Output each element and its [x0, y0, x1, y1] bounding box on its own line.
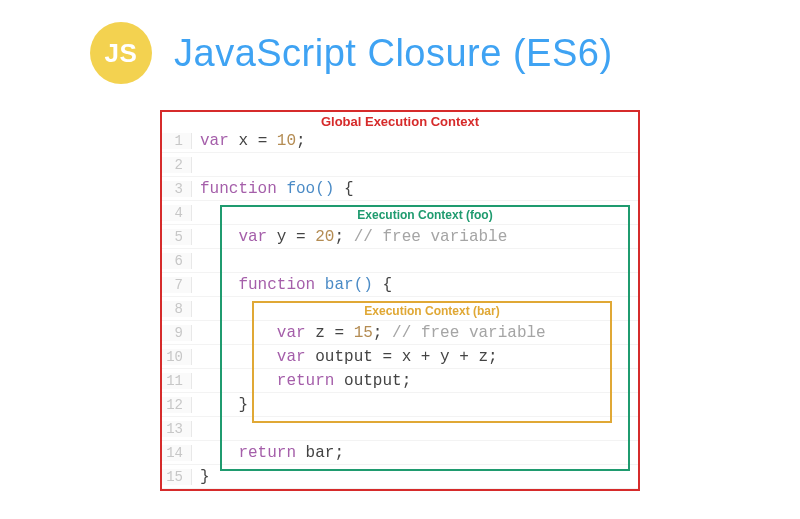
line-number: 5 [162, 229, 192, 245]
line-number: 13 [162, 421, 192, 437]
function-name: bar [315, 276, 353, 294]
code-line: 11 return output; [162, 369, 638, 393]
function-name: foo [277, 180, 315, 198]
keyword-return: return [277, 372, 335, 390]
semicolon: ; [334, 444, 344, 462]
line-number: 9 [162, 325, 192, 341]
line-number: 14 [162, 445, 192, 461]
code-line: 4 [162, 201, 638, 225]
comment: // free variable [382, 324, 545, 342]
line-number: 1 [162, 133, 192, 149]
comment: // free variable [344, 228, 507, 246]
code-line: 1 var x = 10; [162, 129, 638, 153]
brace: { [334, 180, 353, 198]
line-number: 10 [162, 349, 192, 365]
identifier: z [315, 324, 325, 342]
line-number: 7 [162, 277, 192, 293]
code-line: 12 } [162, 393, 638, 417]
keyword-return: return [238, 444, 296, 462]
code-editor: Global Execution Context 1 var x = 10; 2… [160, 110, 640, 491]
code-line: 3 function foo() { [162, 177, 638, 201]
semicolon: ; [488, 348, 498, 366]
code-line: 7 function bar() { [162, 273, 638, 297]
operator: = [286, 228, 315, 246]
page-title: JavaScript Closure (ES6) [174, 32, 613, 75]
code-line: 6 [162, 249, 638, 273]
keyword-var: var [277, 324, 306, 342]
number-literal: 15 [354, 324, 373, 342]
number-literal: 20 [315, 228, 334, 246]
code-line: 8 [162, 297, 638, 321]
parens: () [315, 180, 334, 198]
code-line: 5 var y = 20; // free variable [162, 225, 638, 249]
line-number: 6 [162, 253, 192, 269]
semicolon: ; [334, 228, 344, 246]
line-number: 15 [162, 469, 192, 485]
code-line: 15 } [162, 465, 638, 489]
identifier: y [277, 228, 287, 246]
line-number: 11 [162, 373, 192, 389]
semicolon: ; [296, 132, 306, 150]
line-number: 3 [162, 181, 192, 197]
parens: () [354, 276, 373, 294]
keyword-var: var [277, 348, 306, 366]
line-number: 4 [162, 205, 192, 221]
code-line: 2 [162, 153, 638, 177]
identifier: bar [296, 444, 334, 462]
header: JS JavaScript Closure (ES6) [0, 0, 800, 94]
keyword-function: function [200, 180, 277, 198]
code-line: 14 return bar; [162, 441, 638, 465]
code-line: 13 [162, 417, 638, 441]
identifier: output [334, 372, 401, 390]
code-line: 9 var z = 15; // free variable [162, 321, 638, 345]
brace: { [373, 276, 392, 294]
line-number: 8 [162, 301, 192, 317]
expression: x + y + z [402, 348, 488, 366]
js-badge-icon: JS [90, 22, 152, 84]
line-number: 2 [162, 157, 192, 173]
code-line: 10 var output = x + y + z; [162, 345, 638, 369]
brace: } [238, 396, 248, 414]
global-context-label: Global Execution Context [162, 114, 638, 129]
number-literal: 10 [277, 132, 296, 150]
keyword-function: function [238, 276, 315, 294]
keyword-var: var [238, 228, 267, 246]
semicolon: ; [402, 372, 412, 390]
operator: = [325, 324, 354, 342]
brace: } [200, 468, 210, 486]
code-area: 1 var x = 10; 2 3 function foo() { 4 5 v… [162, 129, 638, 489]
identifier: output [315, 348, 373, 366]
operator: = [373, 348, 402, 366]
keyword-var: var [200, 132, 229, 150]
operator: = [248, 132, 277, 150]
line-number: 12 [162, 397, 192, 413]
identifier: x [238, 132, 248, 150]
